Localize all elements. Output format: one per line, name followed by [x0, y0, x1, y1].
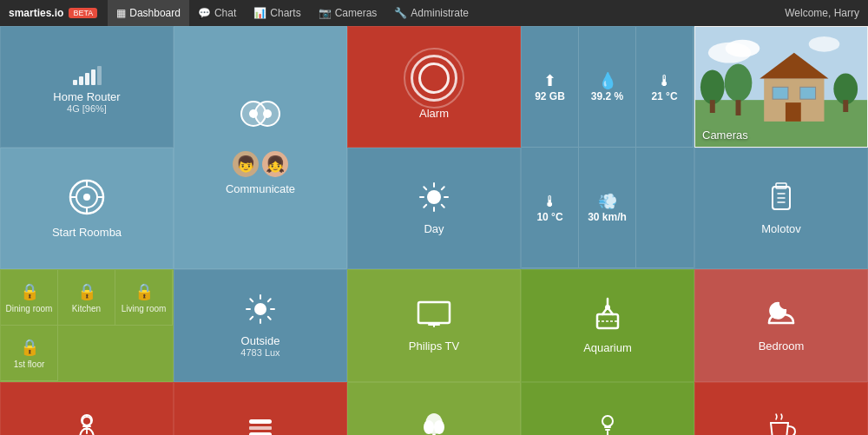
alarm-label: Alarm — [419, 107, 449, 120]
svg-point-25 — [833, 73, 858, 104]
home-router-sub: 4G [96%] — [67, 103, 107, 114]
temp-val-1: 21 °C — [651, 90, 677, 102]
stat-upload: ⬆ 92 GB — [522, 27, 579, 148]
lock-icon-2: 🔒 — [77, 282, 96, 301]
aquarium-icon — [590, 297, 625, 336]
svg-point-56 — [605, 305, 610, 310]
nav-dashboard[interactable]: ▦ Dashboard — [108, 0, 189, 26]
tile-coffee[interactable]: Coffee — [694, 382, 868, 435]
bedroom-icon — [764, 299, 799, 334]
stat-empty — [636, 148, 694, 268]
signal-icon — [73, 61, 102, 85]
nav-dashboard-label: Dashboard — [129, 7, 181, 19]
tile-garden[interactable]: Garden — [347, 382, 521, 435]
stat-temp-outside: 🌡 21 °C — [636, 27, 694, 148]
svg-rect-67 — [249, 426, 272, 430]
tile-floor[interactable]: Floor — [0, 382, 174, 435]
avatar-2: 👧 — [262, 151, 288, 177]
floor-icon — [71, 412, 102, 436]
lock-icon-1: 🔒 — [20, 282, 39, 301]
lock-1st-floor[interactable]: 🔒 1st floor — [1, 326, 58, 381]
outside-sub: 4783 Lux — [240, 347, 279, 358]
svg-point-27 — [427, 190, 441, 204]
svg-line-34 — [442, 187, 444, 189]
lock-icon-3: 🔒 — [135, 282, 154, 301]
tile-communicate[interactable]: 👦 👧 Communicate — [174, 26, 347, 269]
roomba-icon — [68, 178, 106, 221]
svg-line-32 — [424, 187, 426, 189]
communicate-icon — [240, 100, 281, 142]
lock-dining-room[interactable]: 🔒 Dining room — [1, 270, 58, 326]
svg-rect-17 — [710, 100, 715, 113]
lock-label-2: Kitchen — [72, 304, 101, 313]
svg-point-18 — [725, 64, 753, 102]
tile-start-roomba[interactable]: Start Roomba — [0, 148, 174, 269]
home-router-label: Home Router — [53, 90, 120, 103]
nav-cameras[interactable]: 📷 Cameras — [310, 0, 386, 26]
philips-tv-label: Philips TV — [409, 339, 459, 353]
svg-line-47 — [268, 317, 271, 320]
garden-icon — [418, 412, 450, 436]
svg-line-33 — [442, 205, 444, 208]
lock-label-3: Living room — [122, 304, 167, 313]
svg-rect-68 — [249, 432, 272, 436]
temp-val-2: 10 °C — [536, 211, 562, 223]
dashboard-icon: ▦ — [116, 7, 126, 19]
stat-temp-low: 🌡 10 °C — [522, 148, 579, 268]
nav-chat[interactable]: 💬 Chat — [189, 0, 245, 26]
outside-icon — [245, 293, 276, 329]
svg-point-70 — [424, 420, 434, 434]
tile-home-router[interactable]: Home Router 4G [96%] — [0, 26, 174, 148]
wind-icon: 💨 — [598, 192, 617, 211]
communicate-label: Communicate — [226, 182, 295, 195]
tile-molotov[interactable]: Molotov — [694, 148, 868, 269]
cameras-label: Cameras — [702, 129, 748, 142]
svg-line-35 — [424, 205, 426, 208]
stat-wind: 💨 30 km/h — [579, 148, 636, 268]
tile-locks: 🔒 Dining room 🔒 Kitchen 🔒 Living room 🔒 … — [0, 269, 174, 382]
humidity-icon: 💧 — [598, 71, 617, 90]
upload-icon: ⬆ — [543, 71, 556, 90]
lock-living-room[interactable]: 🔒 Living room — [115, 270, 173, 326]
bedroom-label: Bedroom — [759, 339, 805, 353]
nav-chat-label: Chat — [214, 7, 236, 19]
admin-icon: 🔧 — [394, 7, 407, 19]
tile-day[interactable]: Day — [347, 148, 521, 269]
svg-line-49 — [250, 317, 253, 320]
tile-philips-tv[interactable]: Philips TV — [347, 269, 521, 382]
molotov-label: Molotov — [761, 222, 801, 235]
lock-kitchen[interactable]: 🔒 Kitchen — [58, 270, 115, 326]
day-label: Day — [424, 222, 444, 235]
coffee-icon — [764, 412, 799, 436]
tile-outside[interactable]: Outside 4783 Lux — [174, 269, 347, 382]
svg-line-48 — [268, 299, 271, 301]
temp-icon-1: 🌡 — [657, 72, 673, 90]
svg-rect-66 — [249, 419, 272, 424]
tile-cameras[interactable]: Cameras — [694, 26, 868, 148]
alarm-icon — [411, 55, 457, 102]
tile-kitchen[interactable]: Kitchen — [174, 382, 347, 435]
svg-rect-50 — [418, 302, 450, 323]
tile-alarm[interactable]: Alarm — [347, 26, 521, 148]
charts-icon: 📊 — [253, 7, 266, 19]
nav-admin-label: Administrate — [411, 7, 469, 19]
molotov-icon — [766, 181, 797, 217]
lock-label-1: Dining room — [6, 304, 53, 313]
tile-aquarium[interactable]: Aquarium — [521, 269, 694, 382]
stat-humidity: 💧 39.2 % — [579, 27, 636, 148]
nav-items: ▦ Dashboard 💬 Chat 📊 Charts 📷 Cameras 🔧 … — [108, 0, 785, 26]
nav-administrate[interactable]: 🔧 Administrate — [385, 0, 477, 26]
svg-point-2 — [249, 109, 258, 118]
tile-living-room[interactable]: Living room — [521, 382, 694, 435]
svg-rect-23 — [800, 87, 816, 99]
tv-icon — [417, 299, 451, 334]
svg-rect-22 — [773, 87, 788, 99]
nav-badge: BETA — [69, 8, 97, 18]
nav-charts[interactable]: 📊 Charts — [245, 0, 309, 26]
svg-line-46 — [250, 299, 253, 301]
tile-bedroom[interactable]: Bedroom — [694, 269, 868, 382]
nav-brand: smarties.io — [9, 7, 63, 19]
day-icon — [418, 181, 450, 217]
wind-val: 30 km/h — [588, 211, 627, 223]
svg-point-73 — [602, 416, 613, 426]
